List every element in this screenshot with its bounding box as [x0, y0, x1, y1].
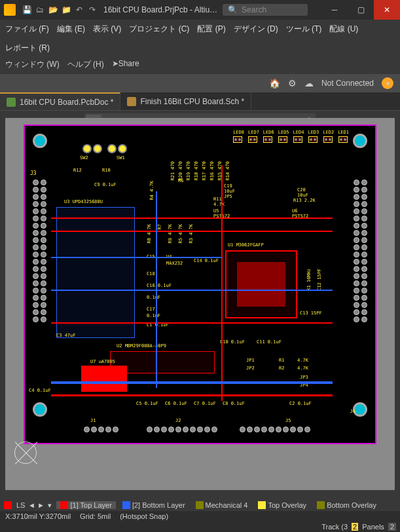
status-snap: (Hotspot Snap): [120, 512, 168, 520]
tab-schdoc[interactable]: Finish 16Bit CPU Board.Sch *: [120, 92, 251, 110]
open-icon[interactable]: 📂: [47, 4, 59, 16]
silk-text: R8 4.7K: [147, 224, 152, 244]
home-icon[interactable]: 🏠: [269, 78, 280, 88]
header-j3: [33, 180, 39, 322]
silk-text: 4.7K: [213, 202, 225, 207]
silk-text: C5 0.1uF: [136, 401, 158, 406]
silk-text: R6: [178, 178, 183, 183]
menu-window[interactable]: ウィンドウ (W): [5, 59, 60, 70]
silk-text: U2 MBM29F080A-40P9: [117, 343, 166, 349]
save-all-icon[interactable]: 🗂: [34, 4, 46, 16]
layer-tab-topoverlay[interactable]: Top Overlay: [254, 501, 310, 509]
search-input[interactable]: 🔍 Search: [223, 4, 308, 16]
track-badge: 2: [352, 523, 358, 531]
silk-text: C9 0.1uF: [94, 182, 117, 187]
layer-prev-icon[interactable]: ◄: [27, 501, 35, 510]
close-button[interactable]: ✕: [374, 0, 400, 20]
header-j2: [147, 427, 217, 432]
gear-icon[interactable]: ⚙: [288, 78, 297, 88]
silk-text: 10uF: [224, 189, 235, 194]
undo-icon[interactable]: ↶: [73, 4, 85, 16]
share-button[interactable]: ➤Share: [112, 59, 139, 70]
search-placeholder: Search: [242, 5, 266, 14]
silk-text: C7 0.1uF: [194, 401, 216, 406]
status-grid: Grid: 5mil: [80, 512, 111, 520]
layer-nav: ◄ ► ▾: [27, 501, 54, 510]
silk-text: 10uF: [297, 193, 308, 198]
trace: [221, 165, 223, 401]
user-avatar[interactable]: ▾: [382, 77, 393, 89]
menu-view[interactable]: 表示 (V): [93, 24, 121, 35]
menu-route[interactable]: 配線 (U): [329, 24, 358, 35]
redo-icon[interactable]: ↷: [86, 4, 98, 16]
window-title: 16bit CPU Board.PrjPcb - Altiu…: [103, 5, 217, 14]
pcb-board[interactable]: LED8LED7LED6LED5LED4LED3LED2LED1 SW2 SW1…: [24, 124, 376, 444]
switch-pad: [93, 144, 102, 153]
mounting-hole: [33, 134, 47, 148]
maximize-button[interactable]: ▢: [348, 0, 374, 20]
layer-menu-icon[interactable]: ▾: [46, 501, 54, 510]
panels-badge: 2: [388, 523, 396, 531]
project-icon[interactable]: 📁: [60, 4, 72, 16]
switch-pad: [82, 144, 92, 153]
silk-text: R1: [279, 358, 284, 363]
silk-text: R18 470: [194, 161, 199, 181]
silk-text: U1 M3062FGAFP: [228, 242, 264, 248]
silk-text: C8 0.1uF: [223, 401, 245, 406]
save-icon[interactable]: 💾: [21, 4, 33, 16]
switch-pad: [118, 144, 127, 153]
connection-status: Not Connected: [321, 79, 374, 88]
cloud-icon[interactable]: ☁: [304, 78, 314, 88]
silk-text: U5: [213, 208, 219, 214]
menu-edit[interactable]: 編集 (E): [57, 24, 85, 35]
silk-text: R11: [213, 197, 222, 202]
silk-text: MAX232: [166, 261, 183, 266]
menu-design[interactable]: デザイン (D): [234, 24, 278, 35]
silk-text: JP3: [300, 375, 308, 380]
header-j4: [361, 180, 367, 322]
tab-pcbdoc[interactable]: 16bit CPU Board.PcbDoc *: [0, 92, 120, 110]
menu-project[interactable]: プロジェクト (C): [129, 24, 189, 35]
header-j4-b: [354, 180, 359, 322]
layer-tab-botoverlay[interactable]: Bottom Overlay: [313, 501, 380, 509]
menu-file[interactable]: ファイル (F): [5, 24, 49, 35]
silk-text: R3 4.7K: [189, 224, 194, 244]
silk-text: C20: [297, 187, 306, 193]
layer-tab-mech4[interactable]: Mechanical 4: [192, 501, 252, 509]
silk-text: U3 UPD4325680U: [64, 199, 103, 204]
pcb-file-icon: [7, 98, 16, 107]
layer-next-icon[interactable]: ►: [37, 501, 45, 510]
pcb-canvas[interactable]: LED8LED7LED6LED5LED4LED3LED2LED1 SW2 SW1…: [5, 118, 395, 490]
menu-place[interactable]: 配置 (P): [197, 24, 225, 35]
layer-tab-top[interactable]: [1] Top Layer: [56, 501, 115, 509]
silk-text: R16 470: [209, 161, 215, 181]
panels-button[interactable]: Panels: [362, 523, 384, 531]
trace: [51, 218, 333, 219]
silk-text: R19 470: [186, 161, 191, 181]
silk-text: C18: [147, 271, 155, 276]
minimize-button[interactable]: ─: [321, 0, 348, 20]
silk-text: C10 0.1uF: [220, 339, 245, 345]
menu-help[interactable]: ヘルプ (H): [67, 59, 104, 70]
silk-text: C2 0.1uF: [289, 401, 312, 406]
ls-label[interactable]: LS: [16, 501, 25, 509]
silk-text: JP1: [246, 358, 255, 363]
layer-tab-bottom[interactable]: [2] Bottom Layer: [118, 501, 189, 509]
silk-text: R12: [73, 168, 82, 173]
trace: [156, 191, 157, 388]
trace: [51, 290, 333, 291]
silk-text: U7 uA7805: [90, 359, 115, 364]
silk-text: R9 4.7K: [168, 224, 173, 244]
trace: [51, 381, 333, 384]
silk-text: J5: [285, 418, 291, 423]
status-bar: X:3710mil Y:3270mil Grid: 5mil (Hotspot …: [0, 511, 400, 522]
trace: [51, 394, 333, 396]
sch-file-icon: [127, 97, 136, 106]
led-row: [233, 136, 348, 143]
silk-text: C16 0.1uF: [147, 283, 172, 288]
silk-text: J2: [175, 418, 181, 423]
menu-report[interactable]: レポート (R): [5, 43, 50, 54]
menu-tools[interactable]: ツール (T): [286, 24, 322, 35]
layer-tab-bar: LS ◄ ► ▾ [1] Top Layer [2] Bottom Layer …: [0, 499, 400, 511]
trace: [51, 322, 333, 324]
